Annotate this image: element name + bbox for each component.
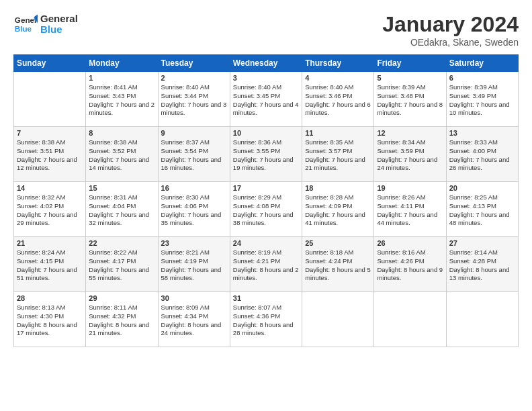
day-number: 10 — [233, 129, 299, 137]
week-row-3: 14Sunrise: 8:32 AMSunset: 4:02 PMDayligh… — [14, 182, 519, 237]
day-number: 17 — [233, 184, 299, 192]
day-number: 16 — [161, 184, 227, 192]
day-info: Sunrise: 8:22 AMSunset: 4:17 PMDaylight:… — [89, 248, 154, 283]
day-info: Sunrise: 8:30 AMSunset: 4:06 PMDaylight:… — [161, 193, 227, 228]
day-cell: 27Sunrise: 8:14 AMSunset: 4:28 PMDayligh… — [446, 237, 518, 292]
day-number: 26 — [377, 239, 443, 247]
day-info: Sunrise: 8:25 AMSunset: 4:13 PMDaylight:… — [449, 193, 515, 228]
day-cell: 20Sunrise: 8:25 AMSunset: 4:13 PMDayligh… — [446, 182, 518, 237]
day-info: Sunrise: 8:26 AMSunset: 4:11 PMDaylight:… — [377, 193, 443, 228]
day-cell: 13Sunrise: 8:33 AMSunset: 4:00 PMDayligh… — [446, 127, 518, 182]
day-cell: 29Sunrise: 8:11 AMSunset: 4:32 PMDayligh… — [86, 292, 158, 347]
logo-blue: Blue — [40, 24, 78, 36]
day-cell: 11Sunrise: 8:35 AMSunset: 3:57 PMDayligh… — [302, 127, 374, 182]
day-cell: 8Sunrise: 8:38 AMSunset: 3:52 PMDaylight… — [86, 127, 158, 182]
day-cell: 2Sunrise: 8:40 AMSunset: 3:44 PMDaylight… — [158, 72, 230, 127]
day-number: 22 — [89, 239, 154, 247]
day-cell: 19Sunrise: 8:26 AMSunset: 4:11 PMDayligh… — [374, 182, 446, 237]
day-cell: 23Sunrise: 8:21 AMSunset: 4:19 PMDayligh… — [158, 237, 230, 292]
day-number: 15 — [89, 184, 154, 192]
day-cell: 31Sunrise: 8:07 AMSunset: 4:36 PMDayligh… — [230, 292, 302, 347]
day-info: Sunrise: 8:37 AMSunset: 3:54 PMDaylight:… — [161, 138, 227, 173]
day-info: Sunrise: 8:32 AMSunset: 4:02 PMDaylight:… — [17, 193, 83, 228]
day-number: 24 — [233, 239, 299, 247]
day-number: 1 — [89, 74, 154, 82]
calendar-title: January 2024 — [382, 12, 519, 37]
week-row-4: 21Sunrise: 8:24 AMSunset: 4:15 PMDayligh… — [14, 237, 519, 292]
day-cell — [302, 292, 374, 347]
day-number: 8 — [89, 129, 154, 137]
day-number: 12 — [377, 129, 443, 137]
day-number: 7 — [17, 129, 83, 137]
day-cell: 24Sunrise: 8:19 AMSunset: 4:21 PMDayligh… — [230, 237, 302, 292]
day-number: 23 — [161, 239, 227, 247]
day-cell: 26Sunrise: 8:16 AMSunset: 4:26 PMDayligh… — [374, 237, 446, 292]
day-info: Sunrise: 8:35 AMSunset: 3:57 PMDaylight:… — [305, 138, 371, 173]
day-cell — [374, 292, 446, 347]
day-cell: 18Sunrise: 8:28 AMSunset: 4:09 PMDayligh… — [302, 182, 374, 237]
week-row-2: 7Sunrise: 8:38 AMSunset: 3:51 PMDaylight… — [14, 127, 519, 182]
logo-general: General — [40, 13, 78, 25]
day-number: 13 — [449, 129, 515, 137]
day-number: 18 — [305, 184, 371, 192]
day-info: Sunrise: 8:41 AMSunset: 3:43 PMDaylight:… — [89, 83, 154, 118]
col-header-friday: Friday — [374, 55, 446, 72]
day-number: 3 — [233, 74, 299, 82]
day-number: 29 — [89, 294, 154, 302]
day-number: 5 — [377, 74, 443, 82]
day-info: Sunrise: 8:21 AMSunset: 4:19 PMDaylight:… — [161, 248, 227, 283]
day-info: Sunrise: 8:11 AMSunset: 4:32 PMDaylight:… — [89, 304, 154, 338]
day-info: Sunrise: 8:31 AMSunset: 4:04 PMDaylight:… — [89, 193, 154, 228]
day-info: Sunrise: 8:40 AMSunset: 3:46 PMDaylight:… — [305, 83, 371, 118]
day-info: Sunrise: 8:24 AMSunset: 4:15 PMDaylight:… — [17, 248, 83, 283]
day-number: 28 — [17, 294, 83, 302]
day-cell — [446, 292, 518, 347]
day-number: 2 — [161, 74, 227, 82]
day-cell — [14, 72, 86, 127]
week-row-5: 28Sunrise: 8:13 AMSunset: 4:30 PMDayligh… — [14, 292, 519, 347]
day-cell: 3Sunrise: 8:40 AMSunset: 3:45 PMDaylight… — [230, 72, 302, 127]
day-number: 20 — [449, 184, 515, 192]
day-cell: 5Sunrise: 8:39 AMSunset: 3:48 PMDaylight… — [374, 72, 446, 127]
day-info: Sunrise: 8:40 AMSunset: 3:44 PMDaylight:… — [161, 83, 227, 118]
day-number: 30 — [161, 294, 227, 302]
day-number: 14 — [17, 184, 83, 192]
day-info: Sunrise: 8:39 AMSunset: 3:49 PMDaylight:… — [449, 83, 515, 118]
day-info: Sunrise: 8:28 AMSunset: 4:09 PMDaylight:… — [305, 193, 371, 228]
col-header-tuesday: Tuesday — [158, 55, 230, 72]
day-info: Sunrise: 8:33 AMSunset: 4:00 PMDaylight:… — [449, 138, 515, 173]
day-number: 11 — [305, 129, 371, 137]
day-info: Sunrise: 8:18 AMSunset: 4:24 PMDaylight:… — [305, 248, 371, 283]
day-info: Sunrise: 8:07 AMSunset: 4:36 PMDaylight:… — [233, 304, 299, 338]
day-cell: 12Sunrise: 8:34 AMSunset: 3:59 PMDayligh… — [374, 127, 446, 182]
day-info: Sunrise: 8:14 AMSunset: 4:28 PMDaylight:… — [449, 248, 515, 283]
day-info: Sunrise: 8:16 AMSunset: 4:26 PMDaylight:… — [377, 248, 443, 283]
day-number: 4 — [305, 74, 371, 82]
day-info: Sunrise: 8:13 AMSunset: 4:30 PMDaylight:… — [17, 304, 83, 338]
calendar-subtitle: OEdakra, Skane, Sweden — [382, 37, 519, 48]
day-info: Sunrise: 8:36 AMSunset: 3:55 PMDaylight:… — [233, 138, 299, 173]
day-cell: 16Sunrise: 8:30 AMSunset: 4:06 PMDayligh… — [158, 182, 230, 237]
day-info: Sunrise: 8:39 AMSunset: 3:48 PMDaylight:… — [377, 83, 443, 118]
col-header-saturday: Saturday — [446, 55, 518, 72]
day-cell: 21Sunrise: 8:24 AMSunset: 4:15 PMDayligh… — [14, 237, 86, 292]
col-header-wednesday: Wednesday — [230, 55, 302, 72]
day-number: 19 — [377, 184, 443, 192]
header: General Blue General Blue January 2024 O… — [13, 12, 519, 48]
day-cell: 7Sunrise: 8:38 AMSunset: 3:51 PMDaylight… — [14, 127, 86, 182]
day-info: Sunrise: 8:19 AMSunset: 4:21 PMDaylight:… — [233, 248, 299, 283]
day-cell: 28Sunrise: 8:13 AMSunset: 4:30 PMDayligh… — [14, 292, 86, 347]
header-row: SundayMondayTuesdayWednesdayThursdayFrid… — [14, 55, 519, 72]
day-cell: 30Sunrise: 8:09 AMSunset: 4:34 PMDayligh… — [158, 292, 230, 347]
day-info: Sunrise: 8:34 AMSunset: 3:59 PMDaylight:… — [377, 138, 443, 173]
day-cell: 25Sunrise: 8:18 AMSunset: 4:24 PMDayligh… — [302, 237, 374, 292]
day-info: Sunrise: 8:38 AMSunset: 3:52 PMDaylight:… — [89, 138, 154, 173]
day-cell: 14Sunrise: 8:32 AMSunset: 4:02 PMDayligh… — [14, 182, 86, 237]
day-cell: 9Sunrise: 8:37 AMSunset: 3:54 PMDaylight… — [158, 127, 230, 182]
title-area: January 2024 OEdakra, Skane, Sweden — [382, 12, 519, 48]
day-number: 25 — [305, 239, 371, 247]
day-number: 6 — [449, 74, 515, 82]
day-cell: 1Sunrise: 8:41 AMSunset: 3:43 PMDaylight… — [86, 72, 158, 127]
day-info: Sunrise: 8:40 AMSunset: 3:45 PMDaylight:… — [233, 83, 299, 118]
page: General Blue General Blue January 2024 O… — [0, 0, 532, 354]
